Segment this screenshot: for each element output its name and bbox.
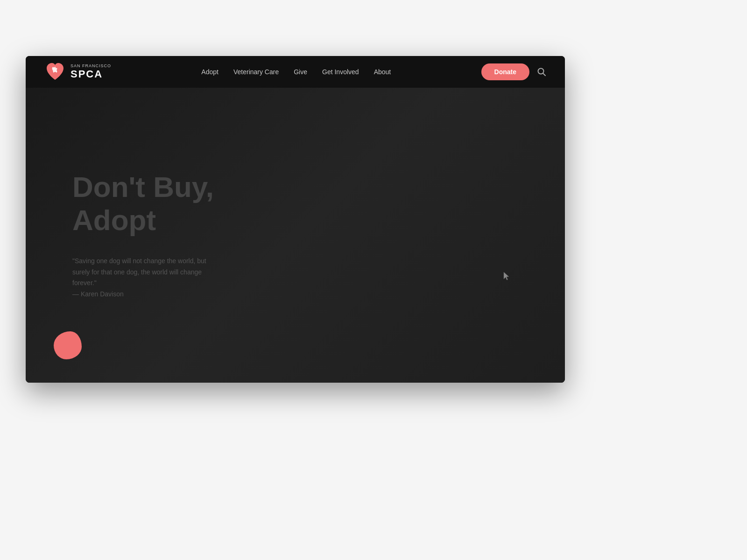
hero-heading: Don't Buy, Adopt <box>72 170 268 237</box>
hero-heading-line2: Adopt <box>72 204 156 236</box>
nav-right: Donate <box>481 63 546 80</box>
hero-blob <box>54 331 82 359</box>
hero-quote-author: — Karen Davison <box>72 290 124 298</box>
hero-heading-line1: Don't Buy, <box>72 171 214 203</box>
cursor-indicator <box>503 272 509 280</box>
search-icon[interactable] <box>537 67 546 77</box>
hero-quote: "Saving one dog will not change the worl… <box>72 256 222 300</box>
svg-line-1 <box>543 73 545 76</box>
nav-link-give[interactable]: Give <box>294 68 307 76</box>
nav-link-adopt[interactable]: Adopt <box>201 68 218 76</box>
donate-button[interactable]: Donate <box>481 63 529 80</box>
logo-icon <box>44 61 66 83</box>
nav-link-get-involved[interactable]: Get Involved <box>322 68 359 76</box>
nav-links: Adopt Veterinary Care Give Get Involved … <box>201 68 391 76</box>
browser-window: SAN FRANCISCO SPCA Adopt Veterinary Care… <box>26 56 565 383</box>
logo[interactable]: SAN FRANCISCO SPCA <box>44 61 111 83</box>
nav-link-about[interactable]: About <box>374 68 391 76</box>
nav-link-veterinary-care[interactable]: Veterinary Care <box>233 68 279 76</box>
navbar: SAN FRANCISCO SPCA Adopt Veterinary Care… <box>26 56 565 88</box>
logo-text: SAN FRANCISCO SPCA <box>70 64 111 80</box>
hero-section: Don't Buy, Adopt "Saving one dog will no… <box>26 88 565 383</box>
logo-spca: SPCA <box>70 69 111 80</box>
hero-quote-text: "Saving one dog will not change the worl… <box>72 257 206 287</box>
